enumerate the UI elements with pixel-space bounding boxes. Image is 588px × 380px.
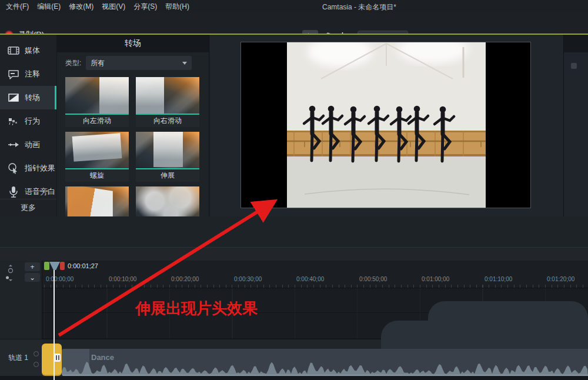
transition-item-slide-right[interactable]: 向右滑动 xyxy=(136,77,199,127)
sidebar-item-media[interactable]: 媒体 xyxy=(0,39,56,62)
playhead-time: 0:00:01;27 xyxy=(68,262,98,269)
sidebar-item-label: 媒体 xyxy=(25,45,40,56)
sidebar-item-label: 行为 xyxy=(25,116,40,126)
transition-item-spiral[interactable]: 螺旋 xyxy=(65,132,129,182)
playhead-line xyxy=(54,270,55,380)
sidebar-item-annotations[interactable]: 注释 xyxy=(0,62,56,86)
sidebar-item-label: 指针效果 xyxy=(25,163,55,174)
media-icon xyxy=(8,45,19,56)
transition-badge-icon xyxy=(54,354,61,362)
ruler-label: 0:00:00;00 xyxy=(46,276,74,282)
ruler-label: 0:01:10;00 xyxy=(485,276,512,282)
ruler-label: 0:00:20;00 xyxy=(171,276,199,282)
sidebar-item-animations[interactable]: 动画 xyxy=(0,133,56,156)
transition-label: 伸展 xyxy=(136,169,199,182)
sidebar-item-cursor-effects[interactable]: 指针效果 xyxy=(0,156,56,180)
sidebar-item-label: 注释 xyxy=(25,69,40,79)
menu-help[interactable]: 帮助(H) xyxy=(165,2,189,12)
timeline-toolbar xyxy=(0,247,588,261)
transition-thumbnail xyxy=(136,132,199,168)
transition-type-select[interactable]: 所有 xyxy=(86,56,192,70)
transition-item-stretch[interactable]: 伸展 xyxy=(136,132,199,182)
properties-panel-edge xyxy=(563,35,588,216)
transition-item-slide-left[interactable]: 向左滑动 xyxy=(65,77,129,127)
type-label: 类型: xyxy=(65,58,81,68)
app-window: 文件(F) 编辑(E) 修改(M) 视图(V) 分享(S) 帮助(H) Camt… xyxy=(0,0,588,380)
ruler-label: 0:01:20;00 xyxy=(547,276,574,282)
transition-label: 向右滑动 xyxy=(136,115,199,127)
track-visibility-toggle[interactable] xyxy=(34,362,39,367)
out-point-handle[interactable] xyxy=(60,262,65,270)
transition-label: 螺旋 xyxy=(65,169,129,182)
track-height-control[interactable] xyxy=(5,263,16,283)
type-value: 所有 xyxy=(91,58,105,68)
chevron-down-icon xyxy=(182,62,187,65)
record-toolbar: 录制(R) 43% xyxy=(0,13,588,34)
intro-transition-clip[interactable] xyxy=(42,344,62,376)
timeline-scrollbar-area[interactable] xyxy=(0,376,588,380)
transition-type-row: 类型: 所有 xyxy=(57,52,209,74)
ruler-label: 0:00:50;00 xyxy=(359,276,387,282)
annotation-text: 伸展出现片头效果 xyxy=(135,298,258,319)
properties-panel-header xyxy=(564,35,588,52)
sidebar-item-label: 动画 xyxy=(25,139,40,150)
preview-area xyxy=(210,35,563,216)
transition-thumbnail xyxy=(136,186,199,216)
transitions-panel: 转场 类型: 所有 向左滑动 向右滑动 螺旋 伸展 xyxy=(56,35,209,216)
menu-view[interactable]: 视图(V) xyxy=(102,2,125,12)
behaviors-icon xyxy=(8,115,19,127)
properties-icon xyxy=(571,63,577,69)
window-title: Camtasia - 未命名项目* xyxy=(322,2,396,12)
transition-thumbnail xyxy=(65,186,129,216)
track1-header: 轨道 1 xyxy=(0,339,42,376)
sidebar-item-behaviors[interactable]: 行为 xyxy=(0,109,56,133)
timeline-ruler[interactable]: 0:00:00;00 0:00:10;00 0:00:20;00 0:00:30… xyxy=(42,272,588,288)
video-frame xyxy=(287,42,486,208)
ruler-label: 0:00:10;00 xyxy=(109,276,136,282)
transition-thumbnail xyxy=(136,77,199,114)
in-point-handle[interactable] xyxy=(44,262,49,270)
ruler-label: 0:01:00;00 xyxy=(422,276,449,282)
collapse-tracks-button[interactable]: ⌄ xyxy=(25,273,40,282)
transition-item-dissolve[interactable] xyxy=(136,186,199,216)
playback-bar: ‹ › 00:01 / 01:19 xyxy=(0,216,588,247)
ruler-label: 0:00:30;00 xyxy=(234,276,262,282)
transition-thumbnail xyxy=(65,132,129,168)
dance-clip[interactable]: Dance xyxy=(62,349,588,376)
track-name: 轨道 1 xyxy=(0,353,28,363)
track-lock-toggle[interactable] xyxy=(34,351,39,356)
menu-bar: 文件(F) 编辑(E) 修改(M) 视图(V) 分享(S) 帮助(H) xyxy=(0,0,588,13)
transitions-icon xyxy=(8,92,19,104)
ruler-label: 0:00:40;00 xyxy=(296,276,324,282)
sidebar-more-label: 更多 xyxy=(21,202,36,213)
transition-item-cube[interactable] xyxy=(65,186,129,216)
menu-file[interactable]: 文件(F) xyxy=(6,2,29,12)
audio-waveform xyxy=(62,359,588,376)
add-track-button[interactable]: + xyxy=(25,262,40,271)
timeline: + ⌄ 0:00:00;00 0:00:10;00 0:00:20;00 0:0… xyxy=(0,261,588,380)
preview-canvas[interactable] xyxy=(240,42,531,208)
transition-label: 向左滑动 xyxy=(65,115,129,127)
cursor-effects-icon xyxy=(8,162,19,174)
ruler-ticks xyxy=(44,285,588,288)
sidebar-item-transitions[interactable]: 转场 xyxy=(0,86,56,109)
animations-icon xyxy=(8,139,19,151)
sidebar: 媒体 注释 转场 行为 xyxy=(0,35,56,216)
microphone-icon xyxy=(8,186,19,198)
menu-modify[interactable]: 修改(M) xyxy=(69,2,93,12)
video-content xyxy=(287,42,486,208)
menu-share[interactable]: 分享(S) xyxy=(133,2,157,12)
sidebar-item-label: 语音旁白 xyxy=(25,186,55,197)
transition-thumbnail xyxy=(65,77,129,114)
annotation-icon xyxy=(8,68,19,80)
menu-edit[interactable]: 编辑(E) xyxy=(37,2,61,12)
panel-title: 转场 xyxy=(57,35,209,52)
sidebar-item-label: 转场 xyxy=(25,92,40,103)
sidebar-more-button[interactable]: 更多 xyxy=(0,199,56,215)
